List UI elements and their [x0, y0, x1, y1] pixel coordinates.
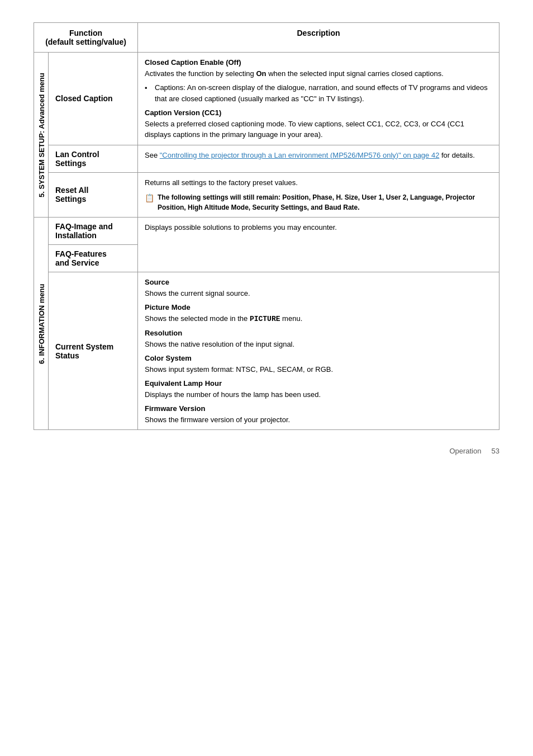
main-table: Function (default setting/value) Descrip…	[34, 22, 499, 430]
lan-control-desc: See "Controlling the projector through a…	[145, 150, 492, 161]
on-label: On	[256, 69, 266, 78]
desc-lan-control: See "Controlling the projector through a…	[138, 145, 499, 172]
desc-faq-shared: Displays possible solutions to problems …	[138, 218, 499, 272]
function-lan-control: Lan ControlSettings	[49, 145, 138, 172]
page-footer: Operation 53	[34, 447, 499, 455]
faq-features-label: FAQ-Featuresand Service	[55, 249, 107, 267]
function-faq-image: FAQ-Image andInstallation	[49, 218, 138, 245]
table-row: Lan ControlSettings See "Controlling the…	[34, 145, 499, 172]
sidebar-system-setup: 5. SYSTEM SETUP: Advanced menu	[34, 53, 49, 218]
col-function-header: Function (default setting/value)	[34, 23, 138, 53]
cc-bullet-text: Captions: An on-screen display of the di…	[155, 82, 492, 104]
picture-mode-title: Picture Mode	[145, 303, 191, 311]
firmware-item: Firmware Version Shows the firmware vers…	[145, 403, 492, 425]
picture-mode-item: Picture Mode Shows the selected mode in …	[145, 302, 492, 324]
page-content: Function (default setting/value) Descrip…	[34, 22, 499, 455]
reset-all-label: Reset AllSettings	[55, 186, 88, 204]
cc-version-title: Caption Version (CC1)	[145, 108, 221, 117]
function-closed-caption: Closed Caption	[49, 53, 138, 145]
faq-shared-desc: Displays possible solutions to problems …	[145, 222, 492, 233]
cc-bullet: • Captions: An on-screen display of the …	[145, 82, 492, 104]
reset-all-desc: Returns all settings to the factory pres…	[145, 177, 492, 188]
firmware-title: Firmware Version	[145, 404, 205, 413]
function-reset-all: Reset AllSettings	[49, 172, 138, 218]
note-text: The following settings will still remain…	[158, 192, 492, 212]
reset-note: 📋 The following settings will still rema…	[145, 192, 492, 212]
picture-word: PICTURE	[250, 315, 280, 323]
lamp-hour-title: Equivalent Lamp Hour	[145, 379, 222, 388]
color-system-item: Color System Shows input system format: …	[145, 353, 492, 375]
source-title: Source	[145, 278, 169, 286]
desc-current-system: Source Shows the current signal source. …	[138, 272, 499, 430]
col-function-sub: (default setting/value)	[45, 37, 126, 46]
cc-enable-title: Closed Caption Enable (Off)	[145, 58, 241, 67]
function-faq-features: FAQ-Featuresand Service	[49, 245, 138, 272]
faq-image-label: FAQ-Image andInstallation	[55, 222, 113, 240]
cc-version-para: Caption Version (CC1) Selects a preferre…	[145, 107, 492, 140]
resolution-item: Resolution Shows the native resolution o…	[145, 328, 492, 349]
lan-control-link[interactable]: "Controlling the projector through a Lan…	[160, 151, 440, 159]
source-item: Source Shows the current signal source.	[145, 277, 492, 299]
lan-control-label: Lan ControlSettings	[55, 150, 99, 168]
footer-section: Operation 53	[449, 447, 499, 455]
note-icon: 📋	[145, 192, 154, 204]
desc-reset-all: Returns all settings to the factory pres…	[138, 172, 499, 218]
table-row: Reset AllSettings Returns all settings t…	[34, 172, 499, 218]
table-row: 6. INFORMATION menu FAQ-Image andInstall…	[34, 218, 499, 245]
col-description-title: Description	[297, 29, 340, 37]
bullet-dot: •	[145, 82, 155, 104]
col-description-header: Description	[138, 23, 499, 53]
cc-enable-para: Closed Caption Enable (Off) Activates th…	[145, 57, 492, 79]
table-row: Current SystemStatus Source Shows the cu…	[34, 272, 499, 430]
resolution-title: Resolution	[145, 329, 182, 337]
desc-closed-caption: Closed Caption Enable (Off) Activates th…	[138, 53, 499, 145]
function-current-system: Current SystemStatus	[49, 272, 138, 430]
col-function-title: Function	[69, 29, 102, 37]
current-system-label: Current SystemStatus	[55, 342, 113, 360]
sidebar-information: 6. INFORMATION menu	[34, 218, 49, 430]
color-system-title: Color System	[145, 354, 192, 362]
table-row: 5. SYSTEM SETUP: Advanced menu Closed Ca…	[34, 53, 499, 145]
lamp-hour-item: Equivalent Lamp Hour Displays the number…	[145, 378, 492, 400]
